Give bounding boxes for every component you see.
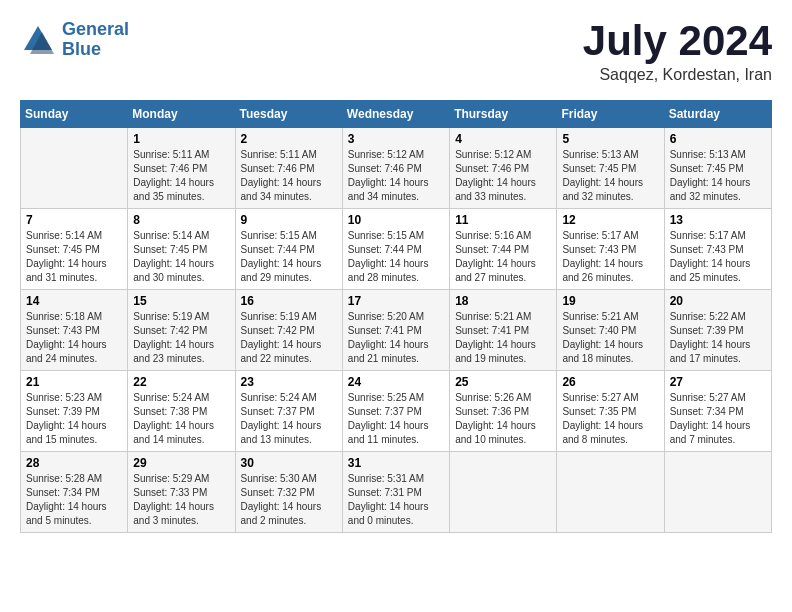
day-info: Sunrise: 5:15 AM Sunset: 7:44 PM Dayligh…: [241, 229, 337, 285]
calendar-cell: 5Sunrise: 5:13 AM Sunset: 7:45 PM Daylig…: [557, 128, 664, 209]
day-number: 5: [562, 132, 658, 146]
day-info: Sunrise: 5:18 AM Sunset: 7:43 PM Dayligh…: [26, 310, 122, 366]
logo-line1: General: [62, 19, 129, 39]
day-number: 4: [455, 132, 551, 146]
day-number: 20: [670, 294, 766, 308]
day-number: 12: [562, 213, 658, 227]
day-number: 16: [241, 294, 337, 308]
day-info: Sunrise: 5:22 AM Sunset: 7:39 PM Dayligh…: [670, 310, 766, 366]
day-number: 19: [562, 294, 658, 308]
calendar-cell: 16Sunrise: 5:19 AM Sunset: 7:42 PM Dayli…: [235, 290, 342, 371]
calendar-cell: 9Sunrise: 5:15 AM Sunset: 7:44 PM Daylig…: [235, 209, 342, 290]
day-number: 10: [348, 213, 444, 227]
calendar-cell: [450, 452, 557, 533]
day-info: Sunrise: 5:13 AM Sunset: 7:45 PM Dayligh…: [562, 148, 658, 204]
day-number: 14: [26, 294, 122, 308]
day-info: Sunrise: 5:21 AM Sunset: 7:40 PM Dayligh…: [562, 310, 658, 366]
day-info: Sunrise: 5:31 AM Sunset: 7:31 PM Dayligh…: [348, 472, 444, 528]
day-number: 9: [241, 213, 337, 227]
weekday-header-sunday: Sunday: [21, 101, 128, 128]
day-info: Sunrise: 5:12 AM Sunset: 7:46 PM Dayligh…: [348, 148, 444, 204]
day-info: Sunrise: 5:12 AM Sunset: 7:46 PM Dayligh…: [455, 148, 551, 204]
day-number: 29: [133, 456, 229, 470]
calendar-cell: 11Sunrise: 5:16 AM Sunset: 7:44 PM Dayli…: [450, 209, 557, 290]
day-number: 26: [562, 375, 658, 389]
day-info: Sunrise: 5:13 AM Sunset: 7:45 PM Dayligh…: [670, 148, 766, 204]
calendar-cell: 3Sunrise: 5:12 AM Sunset: 7:46 PM Daylig…: [342, 128, 449, 209]
week-row-5: 28Sunrise: 5:28 AM Sunset: 7:34 PM Dayli…: [21, 452, 772, 533]
day-number: 23: [241, 375, 337, 389]
calendar-cell: 21Sunrise: 5:23 AM Sunset: 7:39 PM Dayli…: [21, 371, 128, 452]
day-info: Sunrise: 5:17 AM Sunset: 7:43 PM Dayligh…: [562, 229, 658, 285]
calendar-cell: [664, 452, 771, 533]
day-number: 7: [26, 213, 122, 227]
day-info: Sunrise: 5:14 AM Sunset: 7:45 PM Dayligh…: [133, 229, 229, 285]
calendar-cell: 23Sunrise: 5:24 AM Sunset: 7:37 PM Dayli…: [235, 371, 342, 452]
day-info: Sunrise: 5:27 AM Sunset: 7:34 PM Dayligh…: [670, 391, 766, 447]
week-row-3: 14Sunrise: 5:18 AM Sunset: 7:43 PM Dayli…: [21, 290, 772, 371]
calendar-cell: 28Sunrise: 5:28 AM Sunset: 7:34 PM Dayli…: [21, 452, 128, 533]
weekday-header-monday: Monday: [128, 101, 235, 128]
calendar-cell: 19Sunrise: 5:21 AM Sunset: 7:40 PM Dayli…: [557, 290, 664, 371]
calendar-cell: 30Sunrise: 5:30 AM Sunset: 7:32 PM Dayli…: [235, 452, 342, 533]
weekday-header-row: SundayMondayTuesdayWednesdayThursdayFrid…: [21, 101, 772, 128]
calendar-cell: 20Sunrise: 5:22 AM Sunset: 7:39 PM Dayli…: [664, 290, 771, 371]
day-number: 11: [455, 213, 551, 227]
day-number: 27: [670, 375, 766, 389]
day-number: 31: [348, 456, 444, 470]
calendar-cell: 13Sunrise: 5:17 AM Sunset: 7:43 PM Dayli…: [664, 209, 771, 290]
day-info: Sunrise: 5:23 AM Sunset: 7:39 PM Dayligh…: [26, 391, 122, 447]
day-number: 30: [241, 456, 337, 470]
day-number: 28: [26, 456, 122, 470]
calendar-cell: [21, 128, 128, 209]
logo: General Blue: [20, 20, 129, 60]
day-info: Sunrise: 5:19 AM Sunset: 7:42 PM Dayligh…: [133, 310, 229, 366]
month-title: July 2024: [583, 20, 772, 62]
day-info: Sunrise: 5:28 AM Sunset: 7:34 PM Dayligh…: [26, 472, 122, 528]
day-info: Sunrise: 5:27 AM Sunset: 7:35 PM Dayligh…: [562, 391, 658, 447]
day-number: 15: [133, 294, 229, 308]
day-number: 8: [133, 213, 229, 227]
logo-line2: Blue: [62, 39, 101, 59]
calendar-cell: 17Sunrise: 5:20 AM Sunset: 7:41 PM Dayli…: [342, 290, 449, 371]
day-info: Sunrise: 5:25 AM Sunset: 7:37 PM Dayligh…: [348, 391, 444, 447]
day-info: Sunrise: 5:20 AM Sunset: 7:41 PM Dayligh…: [348, 310, 444, 366]
calendar-cell: 29Sunrise: 5:29 AM Sunset: 7:33 PM Dayli…: [128, 452, 235, 533]
day-number: 25: [455, 375, 551, 389]
calendar-cell: 15Sunrise: 5:19 AM Sunset: 7:42 PM Dayli…: [128, 290, 235, 371]
day-info: Sunrise: 5:15 AM Sunset: 7:44 PM Dayligh…: [348, 229, 444, 285]
calendar-cell: 10Sunrise: 5:15 AM Sunset: 7:44 PM Dayli…: [342, 209, 449, 290]
day-number: 13: [670, 213, 766, 227]
day-info: Sunrise: 5:24 AM Sunset: 7:38 PM Dayligh…: [133, 391, 229, 447]
day-info: Sunrise: 5:16 AM Sunset: 7:44 PM Dayligh…: [455, 229, 551, 285]
logo-text: General Blue: [62, 20, 129, 60]
day-info: Sunrise: 5:30 AM Sunset: 7:32 PM Dayligh…: [241, 472, 337, 528]
calendar-cell: 25Sunrise: 5:26 AM Sunset: 7:36 PM Dayli…: [450, 371, 557, 452]
title-section: July 2024 Saqqez, Kordestan, Iran: [583, 20, 772, 84]
day-info: Sunrise: 5:17 AM Sunset: 7:43 PM Dayligh…: [670, 229, 766, 285]
week-row-2: 7Sunrise: 5:14 AM Sunset: 7:45 PM Daylig…: [21, 209, 772, 290]
weekday-header-friday: Friday: [557, 101, 664, 128]
logo-icon: [20, 22, 56, 58]
day-number: 1: [133, 132, 229, 146]
calendar-cell: 26Sunrise: 5:27 AM Sunset: 7:35 PM Dayli…: [557, 371, 664, 452]
day-info: Sunrise: 5:19 AM Sunset: 7:42 PM Dayligh…: [241, 310, 337, 366]
day-info: Sunrise: 5:29 AM Sunset: 7:33 PM Dayligh…: [133, 472, 229, 528]
calendar-cell: 31Sunrise: 5:31 AM Sunset: 7:31 PM Dayli…: [342, 452, 449, 533]
calendar-cell: 12Sunrise: 5:17 AM Sunset: 7:43 PM Dayli…: [557, 209, 664, 290]
calendar-cell: 6Sunrise: 5:13 AM Sunset: 7:45 PM Daylig…: [664, 128, 771, 209]
calendar-cell: [557, 452, 664, 533]
calendar-cell: 18Sunrise: 5:21 AM Sunset: 7:41 PM Dayli…: [450, 290, 557, 371]
calendar-cell: 4Sunrise: 5:12 AM Sunset: 7:46 PM Daylig…: [450, 128, 557, 209]
day-info: Sunrise: 5:11 AM Sunset: 7:46 PM Dayligh…: [133, 148, 229, 204]
day-number: 2: [241, 132, 337, 146]
day-number: 6: [670, 132, 766, 146]
day-number: 21: [26, 375, 122, 389]
weekday-header-wednesday: Wednesday: [342, 101, 449, 128]
calendar-cell: 7Sunrise: 5:14 AM Sunset: 7:45 PM Daylig…: [21, 209, 128, 290]
week-row-4: 21Sunrise: 5:23 AM Sunset: 7:39 PM Dayli…: [21, 371, 772, 452]
location-title: Saqqez, Kordestan, Iran: [583, 66, 772, 84]
day-info: Sunrise: 5:26 AM Sunset: 7:36 PM Dayligh…: [455, 391, 551, 447]
weekday-header-saturday: Saturday: [664, 101, 771, 128]
day-number: 22: [133, 375, 229, 389]
